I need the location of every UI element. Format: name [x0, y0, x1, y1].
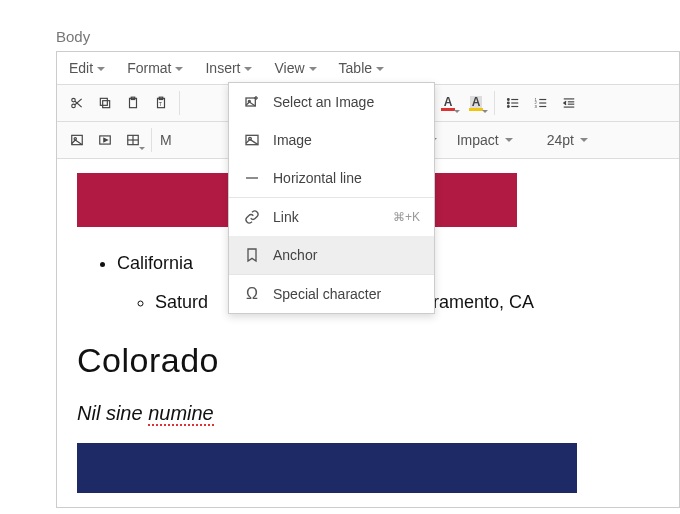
list-item-text: California	[117, 253, 193, 273]
image-icon	[70, 133, 84, 147]
svg-text:T: T	[159, 101, 163, 107]
menu-format-label: Format	[127, 60, 171, 76]
background-color-icon: A	[469, 96, 483, 111]
caret-down-icon	[505, 138, 513, 142]
flag-blue-block	[77, 443, 577, 493]
svg-point-1	[72, 104, 76, 108]
image-icon	[243, 131, 261, 149]
dd-select-image[interactable]: Select an Image	[229, 83, 434, 121]
caret-down-icon	[309, 67, 317, 71]
svg-point-15	[507, 102, 509, 104]
dd-anchor[interactable]: Anchor	[229, 236, 434, 274]
dd-shortcut: ⌘+K	[393, 210, 420, 224]
toolbar-separator	[494, 91, 495, 115]
menubar: Edit Format Insert View Table	[57, 52, 679, 85]
menu-table[interactable]: Table	[327, 52, 394, 84]
dd-label: Link	[273, 209, 299, 225]
motto-text[interactable]: Nil sine numine	[77, 397, 659, 429]
font-size-select[interactable]: 24pt	[537, 132, 617, 148]
number-list-icon: 123	[534, 96, 548, 110]
field-label: Body	[56, 28, 680, 45]
font-size-label: 24pt	[547, 132, 574, 148]
number-list-button[interactable]: 123	[527, 89, 555, 117]
select-image-icon	[243, 93, 261, 111]
dd-label: Special character	[273, 286, 381, 302]
dd-label: Anchor	[273, 247, 317, 263]
omega-icon: Ω	[243, 285, 261, 303]
background-color-button[interactable]: A	[462, 89, 490, 117]
m-button-partial[interactable]: M	[156, 132, 182, 148]
copy-icon	[98, 96, 112, 110]
caret-down-icon	[580, 138, 588, 142]
table-button[interactable]	[119, 126, 147, 154]
motto-misspelled: numine	[148, 402, 214, 426]
bullet-list-button[interactable]	[499, 89, 527, 117]
text-color-button[interactable]: A	[434, 89, 462, 117]
clipboard-text-icon: T	[154, 96, 168, 110]
copy-button[interactable]	[91, 89, 119, 117]
svg-marker-33	[104, 138, 108, 142]
dd-special-char[interactable]: Ω Special character	[229, 275, 434, 313]
outdent-button[interactable]	[555, 89, 583, 117]
media-button[interactable]	[91, 126, 119, 154]
toolbar-separator	[151, 128, 152, 152]
dd-horizontal-line[interactable]: Horizontal line	[229, 159, 434, 197]
cut-button[interactable]	[63, 89, 91, 117]
link-icon	[243, 208, 261, 226]
anchor-icon	[243, 246, 261, 264]
m-label: M	[160, 132, 172, 148]
svg-rect-5	[100, 98, 107, 105]
clipboard-icon	[126, 96, 140, 110]
toolbar-separator	[179, 91, 180, 115]
font-family-label: Impact	[457, 132, 499, 148]
svg-point-16	[507, 106, 509, 108]
scissors-icon	[70, 96, 84, 110]
paste-button[interactable]	[119, 89, 147, 117]
bullet-list-icon	[506, 96, 520, 110]
menu-insert[interactable]: Insert	[193, 52, 262, 84]
paste-text-button[interactable]: T	[147, 89, 175, 117]
menu-format[interactable]: Format	[115, 52, 193, 84]
menu-view[interactable]: View	[262, 52, 326, 84]
dd-image[interactable]: Image	[229, 121, 434, 159]
svg-text:3: 3	[535, 104, 538, 109]
dd-link[interactable]: Link ⌘+K	[229, 198, 434, 236]
menu-view-label: View	[274, 60, 304, 76]
motto-prefix: Nil sine	[77, 402, 148, 424]
dd-label: Select an Image	[273, 94, 374, 110]
text-color-icon: A	[441, 96, 455, 111]
menu-edit-label: Edit	[69, 60, 93, 76]
caret-down-icon	[244, 67, 252, 71]
menu-edit[interactable]: Edit	[57, 52, 115, 84]
dd-label: Image	[273, 132, 312, 148]
caret-down-icon	[175, 67, 183, 71]
image-button[interactable]	[63, 126, 91, 154]
outdent-icon	[562, 96, 576, 110]
media-icon	[98, 133, 112, 147]
menu-table-label: Table	[339, 60, 372, 76]
dd-label: Horizontal line	[273, 170, 362, 186]
svg-point-0	[72, 98, 76, 102]
svg-point-14	[507, 99, 509, 101]
caret-down-icon	[376, 67, 384, 71]
table-icon	[126, 133, 140, 147]
list-item-text: cramento, CA	[424, 292, 534, 312]
insert-dropdown: Select an Image Image Horizontal line Li…	[228, 82, 435, 314]
heading-colorado[interactable]: Colorado	[77, 333, 659, 387]
menu-insert-label: Insert	[205, 60, 240, 76]
list-item-text: Saturd	[155, 292, 208, 312]
caret-down-icon	[97, 67, 105, 71]
font-family-select[interactable]: Impact	[447, 132, 537, 148]
svg-rect-4	[103, 101, 110, 108]
hr-icon	[243, 169, 261, 187]
